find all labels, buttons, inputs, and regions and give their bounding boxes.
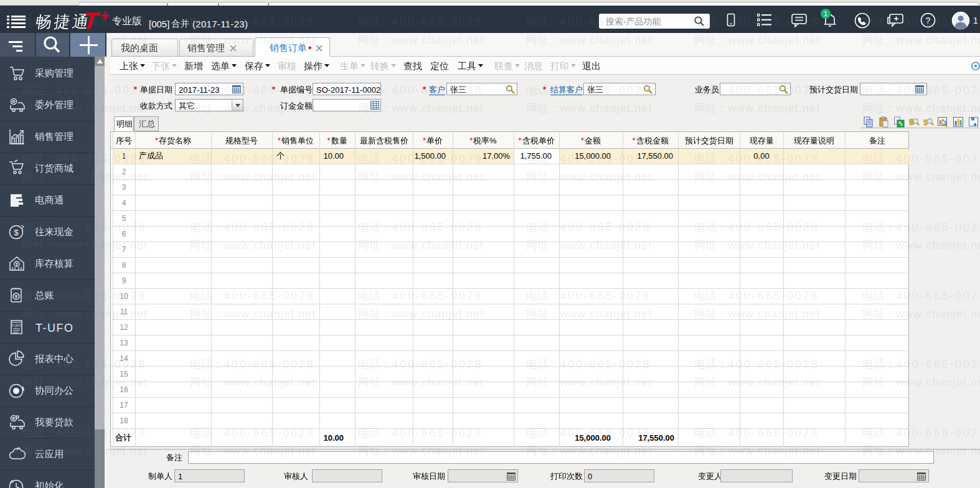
svg-text:?: ?	[926, 16, 931, 26]
svg-text:$: $	[14, 228, 19, 237]
svg-text:T-UFO: T-UFO	[11, 324, 22, 327]
